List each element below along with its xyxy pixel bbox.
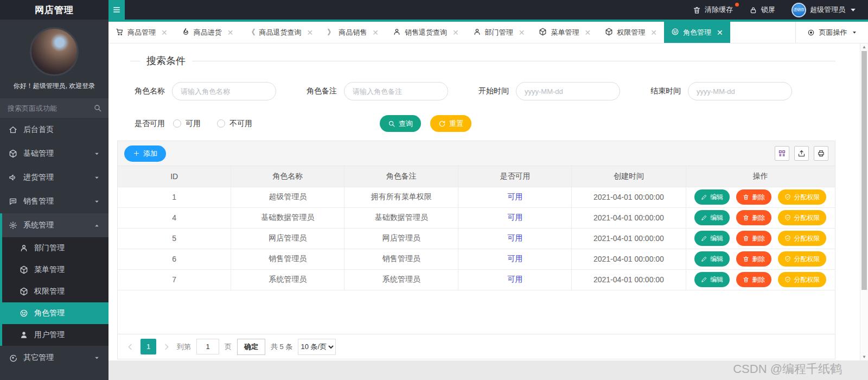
- sidebar-item-department-mgmt[interactable]: 部门管理: [2, 237, 108, 259]
- query-button[interactable]: 查询: [380, 115, 421, 132]
- sidebar-item-system-mgmt[interactable]: 系统管理: [2, 213, 108, 237]
- double-angle-icon: 》: [327, 28, 335, 37]
- assign-permissions-button[interactable]: 分配权限: [778, 231, 826, 246]
- sidebar-item-other-mgmt[interactable]: 其它管理: [0, 346, 108, 370]
- user-menu[interactable]: 进销存 超级管理员: [792, 3, 857, 17]
- assign-permissions-button[interactable]: 分配权限: [778, 272, 826, 287]
- tab[interactable]: 商品进货 ✕: [175, 22, 241, 43]
- sidebar-item-home[interactable]: 后台首页: [0, 118, 108, 142]
- tab[interactable]: 权限管理 ✕: [598, 22, 664, 43]
- scroll-down-icon[interactable]: ▼: [860, 354, 868, 359]
- tab[interactable]: 角色管理 ✕: [664, 22, 730, 43]
- watermark-text: CSDN @编程千纸鹤: [733, 361, 842, 377]
- search-panel-title-row: 搜索条件: [130, 54, 835, 67]
- current-page-button[interactable]: 1: [141, 339, 156, 354]
- tab[interactable]: 》 商品销售 ✕: [320, 22, 386, 43]
- tab[interactable]: 部门管理 ✕: [466, 22, 532, 43]
- export-button[interactable]: [794, 146, 809, 161]
- radio-enabled-no[interactable]: 不可用: [217, 119, 252, 129]
- lock-screen-button[interactable]: 锁屏: [749, 5, 775, 15]
- sidebar-item-label: 部门管理: [34, 243, 65, 253]
- tab-label: 菜单管理: [551, 28, 579, 37]
- sidebar-item-sales-mgmt[interactable]: 销售管理: [0, 189, 108, 213]
- edit-button[interactable]: 编辑: [694, 251, 730, 267]
- delete-button-label: 删除: [752, 275, 765, 284]
- table-row: 5 网店管理员 网店管理员 可用 2021-04-01 00:00:00 编辑 …: [118, 228, 835, 249]
- tab[interactable]: 销售退货查询 ✕: [386, 22, 466, 43]
- edit-button[interactable]: 编辑: [694, 189, 730, 205]
- col-header-role-name: 角色名称: [231, 166, 344, 187]
- sidebar-item-basic-mgmt[interactable]: 基础管理: [0, 142, 108, 166]
- dot-circle-icon: [807, 29, 815, 36]
- caret-up-icon: [94, 223, 100, 229]
- assign-permissions-button[interactable]: 分配权限: [778, 210, 826, 225]
- scrollbar-thumb[interactable]: [861, 51, 867, 290]
- close-tab-icon[interactable]: ✕: [650, 28, 657, 37]
- shield-check-icon: [784, 235, 791, 242]
- print-button[interactable]: [814, 146, 828, 161]
- goto-page-input[interactable]: [196, 339, 219, 354]
- close-tab-icon[interactable]: ✕: [227, 28, 234, 37]
- cell-role-name: 网店管理员: [231, 228, 344, 249]
- user-icon: [20, 331, 28, 339]
- page-size-select[interactable]: 10 条/页: [298, 339, 336, 355]
- role-name-input[interactable]: [172, 82, 276, 100]
- clear-cache-button[interactable]: 清除缓存: [693, 5, 733, 15]
- user-avatar[interactable]: [30, 27, 79, 76]
- cell-id: 6: [118, 249, 231, 269]
- scroll-up-icon[interactable]: ▲: [860, 45, 868, 49]
- delete-button[interactable]: 删除: [736, 251, 771, 267]
- radio-enabled-yes[interactable]: 可用: [173, 119, 201, 129]
- vertical-scrollbar[interactable]: ▲ ▼: [860, 43, 868, 360]
- edit-button[interactable]: 编辑: [694, 231, 730, 246]
- close-tab-icon[interactable]: ✕: [372, 28, 379, 37]
- radio-label: 可用: [186, 119, 201, 129]
- edit-button-label: 编辑: [710, 213, 723, 223]
- role-remark-input[interactable]: [344, 82, 448, 100]
- close-tab-icon[interactable]: ✕: [307, 28, 313, 37]
- delete-button[interactable]: 删除: [736, 272, 771, 287]
- tab[interactable]: 《 商品退货查询 ✕: [240, 22, 320, 43]
- sidebar-toggle-button[interactable]: [108, 0, 125, 20]
- close-tab-icon[interactable]: ✕: [717, 28, 723, 37]
- sidebar-item-permission-mgmt[interactable]: 权限管理: [2, 281, 108, 302]
- assign-permissions-button[interactable]: 分配权限: [778, 189, 826, 205]
- sidebar-item-menu-mgmt[interactable]: 菜单管理: [2, 259, 108, 281]
- sidebar-item-user-mgmt[interactable]: 用户管理: [2, 324, 108, 346]
- edit-button[interactable]: 编辑: [694, 272, 730, 287]
- sidebar-item-purchase-mgmt[interactable]: 进货管理: [0, 166, 108, 189]
- cell-role-name: 系统管理员: [231, 269, 344, 290]
- page-operations-label: 页面操作: [819, 28, 847, 37]
- trash-icon: [743, 235, 749, 242]
- delete-button[interactable]: 删除: [736, 231, 771, 246]
- cube-icon: [20, 265, 28, 274]
- next-page-icon[interactable]: [162, 342, 171, 352]
- end-date-input[interactable]: [688, 82, 792, 100]
- tab[interactable]: 菜单管理 ✕: [532, 22, 598, 43]
- close-tab-icon[interactable]: ✕: [161, 28, 168, 37]
- close-tab-icon[interactable]: ✕: [584, 28, 591, 37]
- page-operations-menu[interactable]: 页面操作: [795, 22, 868, 43]
- close-tab-icon[interactable]: ✕: [452, 28, 459, 37]
- edit-button[interactable]: 编辑: [694, 210, 730, 225]
- reset-button[interactable]: 重置: [430, 115, 471, 132]
- add-button[interactable]: 添加: [124, 145, 166, 162]
- assign-permissions-button[interactable]: 分配权限: [778, 251, 826, 267]
- cube-icon: [539, 28, 547, 37]
- sidebar-item-label: 销售管理: [23, 197, 54, 206]
- cell-actions: 编辑 删除 分配权限: [686, 269, 835, 290]
- delete-button-label: 删除: [752, 234, 765, 243]
- start-date-input[interactable]: [516, 82, 620, 100]
- delete-button[interactable]: 删除: [736, 189, 771, 205]
- sidebar-search-input[interactable]: [0, 98, 108, 118]
- smiley-icon: [671, 28, 679, 37]
- sidebar-item-role-mgmt[interactable]: 角色管理: [2, 302, 108, 324]
- trash-icon: [743, 214, 749, 221]
- top-header: 网店管理 清除缓存 锁屏 进销存 超级管理员: [0, 0, 868, 20]
- delete-button[interactable]: 删除: [736, 210, 771, 225]
- tab[interactable]: 商品管理 ✕: [108, 22, 175, 43]
- toggle-columns-button[interactable]: [775, 146, 789, 161]
- close-tab-icon[interactable]: ✕: [519, 28, 525, 37]
- prev-page-icon[interactable]: [125, 342, 135, 352]
- confirm-page-button[interactable]: 确定: [237, 339, 265, 355]
